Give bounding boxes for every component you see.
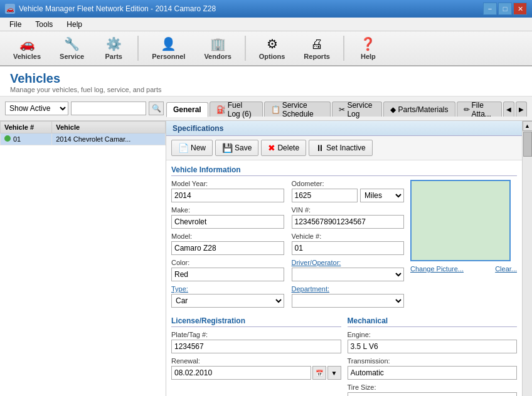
tab-fuel-log-label: Fuel Log (6) bbox=[228, 101, 256, 118]
vehicle-num-cell: 01 bbox=[1, 133, 52, 145]
new-button[interactable]: 📄 New bbox=[171, 140, 213, 156]
transmission-input[interactable] bbox=[348, 366, 518, 380]
left-panel: Vehicle # Vehicle 01 2014 Chevrolet Cama… bbox=[0, 121, 166, 396]
tire-input[interactable] bbox=[348, 392, 518, 396]
plate-label: Plate/Tag #: bbox=[171, 331, 341, 338]
service-icon: 🔧 bbox=[64, 36, 80, 51]
renewal-dropdown-btn[interactable]: ▼ bbox=[327, 366, 341, 380]
minimize-button[interactable]: − bbox=[483, 3, 497, 15]
scroll-thumb[interactable] bbox=[523, 132, 532, 157]
tire-field: Tire Size: bbox=[348, 383, 518, 396]
tire-label: Tire Size: bbox=[348, 383, 518, 391]
tab-service-log-label: Service Log bbox=[347, 101, 375, 118]
tab-parts-materials-label: Parts/Materials bbox=[398, 105, 448, 114]
page-subtitle: Manage your vehicles, fuel log, service,… bbox=[10, 86, 522, 93]
menu-help[interactable]: Help bbox=[60, 18, 89, 31]
transmission-field: Transmission: bbox=[348, 357, 518, 380]
driver-label[interactable]: Driver/Operator: bbox=[292, 259, 405, 266]
toolbar-parts[interactable]: ⚙️ Parts bbox=[95, 33, 132, 63]
color-field: Color: bbox=[171, 259, 284, 281]
license-title: License/Registration bbox=[171, 316, 341, 327]
close-button[interactable]: ✕ bbox=[513, 3, 527, 15]
menu-file[interactable]: File bbox=[3, 18, 28, 31]
type-select[interactable]: Car Truck Van bbox=[171, 294, 284, 308]
parts-icon: ⚙️ bbox=[106, 36, 122, 51]
toolbar-personnel[interactable]: 👤 Personnel bbox=[144, 33, 193, 63]
type-label[interactable]: Type: bbox=[171, 285, 284, 293]
service-schedule-icon: 📋 bbox=[271, 105, 280, 114]
filter-select[interactable]: Show Active Show All Show Inactive bbox=[5, 102, 68, 115]
model-input[interactable] bbox=[171, 241, 284, 255]
specifications-title: Specifications bbox=[173, 124, 223, 133]
app-icon: 🚗 bbox=[5, 4, 15, 14]
form-area: Vehicle Information Model Year: bbox=[166, 160, 522, 396]
tab-service-schedule[interactable]: 📋 Service Schedule bbox=[264, 102, 331, 117]
vehicle-picture bbox=[410, 180, 511, 261]
restore-button[interactable]: □ bbox=[498, 3, 512, 15]
vehicle-info-title: Vehicle Information bbox=[171, 165, 517, 176]
service-label: Service bbox=[60, 53, 84, 60]
tab-service-log[interactable]: ✂ Service Log bbox=[332, 102, 382, 117]
renewal-input[interactable] bbox=[171, 366, 311, 380]
make-input[interactable] bbox=[171, 215, 284, 229]
tab-service-schedule-label: Service Schedule bbox=[282, 101, 324, 118]
toolbar-service[interactable]: 🔧 Service bbox=[51, 33, 92, 63]
change-picture-link[interactable]: Change Picture... bbox=[410, 265, 464, 273]
save-button[interactable]: 💾 Save bbox=[215, 140, 258, 156]
file-attach-icon: ✏ bbox=[464, 105, 470, 114]
toolbar-reports[interactable]: 🖨 Reports bbox=[295, 33, 338, 63]
options-label: Options bbox=[259, 53, 285, 60]
driver-select[interactable] bbox=[292, 268, 405, 281]
service-log-icon: ✂ bbox=[339, 105, 345, 114]
toolbar-sep-2 bbox=[245, 36, 246, 61]
toolbar-options[interactable]: ⚙ Options bbox=[251, 33, 294, 63]
tabs-scroll-left[interactable]: ◀ bbox=[503, 102, 514, 117]
picture-area: Change Picture... Clear... bbox=[410, 180, 517, 311]
tab-general[interactable]: General bbox=[166, 102, 208, 117]
engine-input[interactable] bbox=[348, 340, 518, 353]
plate-field: Plate/Tag #: bbox=[171, 331, 341, 353]
department-label[interactable]: Department: bbox=[292, 285, 405, 293]
vehicle-num-field: Vehicle #: bbox=[292, 232, 405, 255]
color-input[interactable] bbox=[171, 268, 284, 281]
menu-tools[interactable]: Tools bbox=[28, 18, 60, 31]
model-year-input[interactable] bbox=[171, 189, 284, 202]
vehicle-num-input[interactable] bbox=[292, 241, 405, 255]
model-year-field: Model Year: bbox=[171, 180, 284, 202]
window-title: Vehicle Manager Fleet Network Edition - … bbox=[19, 4, 216, 13]
toolbar-help[interactable]: ❓ Help bbox=[349, 33, 387, 63]
fuel-log-icon: ⛽ bbox=[216, 105, 226, 114]
tab-fuel-log[interactable]: ⛽ Fuel Log (6) bbox=[210, 102, 263, 117]
engine-label: Engine: bbox=[348, 331, 518, 338]
table-row[interactable]: 01 2014 Chevrolet Camar... bbox=[1, 133, 166, 145]
vin-label: VIN #: bbox=[292, 206, 405, 214]
model-label: Model: bbox=[171, 232, 284, 240]
toolbar-vendors[interactable]: 🏢 Vendors bbox=[196, 33, 239, 63]
delete-button[interactable]: ✖ Delete bbox=[261, 140, 306, 156]
mechanical-section: Mechanical Engine: Transmission: bbox=[348, 316, 518, 396]
plate-input[interactable] bbox=[171, 340, 341, 353]
toolbar: 🚗 Vehicles 🔧 Service ⚙️ Parts 👤 Personne… bbox=[0, 31, 532, 66]
search-button[interactable]: 🔍 bbox=[149, 102, 164, 115]
parts-label: Parts bbox=[105, 53, 122, 60]
odometer-input[interactable] bbox=[292, 189, 358, 202]
right-scrollbar: ▲ ▼ bbox=[522, 121, 532, 396]
vehicle-table: Vehicle # Vehicle 01 2014 Chevrolet Cama… bbox=[0, 121, 166, 396]
tab-file-attachments[interactable]: ✏ File Atta... bbox=[457, 102, 502, 117]
odometer-unit-select[interactable]: Miles Km bbox=[360, 189, 404, 202]
tab-parts-materials[interactable]: ◆ Parts/Materials bbox=[383, 102, 455, 117]
delete-label: Delete bbox=[277, 143, 299, 152]
tabs-scroll-right[interactable]: ▶ bbox=[516, 102, 527, 117]
page-title: Vehicles bbox=[10, 71, 522, 86]
type-field: Type: Car Truck Van bbox=[171, 285, 284, 308]
clear-picture-link[interactable]: Clear... bbox=[495, 265, 517, 273]
department-select[interactable] bbox=[292, 294, 405, 308]
tab-file-attach-label: File Atta... bbox=[472, 101, 495, 118]
renewal-label: Renewal: bbox=[171, 357, 341, 365]
set-inactive-button[interactable]: ⏸ Set Inactive bbox=[309, 140, 373, 156]
renewal-calendar-btn[interactable]: 📅 bbox=[312, 366, 326, 380]
toolbar-vehicles[interactable]: 🚗 Vehicles bbox=[5, 33, 49, 63]
vin-input[interactable] bbox=[292, 215, 405, 229]
scroll-up-button[interactable]: ▲ bbox=[523, 121, 533, 131]
search-input[interactable] bbox=[71, 102, 146, 115]
